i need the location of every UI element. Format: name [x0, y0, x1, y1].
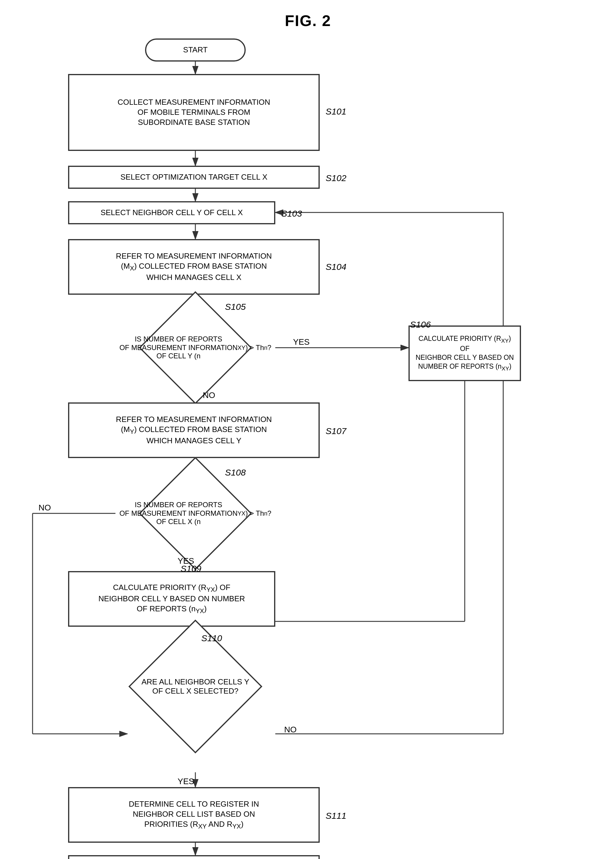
s112-box: UPDATE NEIGHBOR CELL LIST OF BASESTATION…: [68, 855, 320, 859]
s102-text: SELECT OPTIMIZATION TARGET CELL X: [116, 170, 272, 185]
s110-yes-label: YES: [178, 777, 194, 786]
s101-box: COLLECT MEASUREMENT INFORMATIONOF MOBILE…: [68, 74, 320, 151]
s101-label: S101: [325, 106, 346, 117]
s101-text: COLLECT MEASUREMENT INFORMATIONOF MOBILE…: [113, 95, 275, 130]
s105-yes-label: YES: [293, 337, 310, 347]
s109-box: CALCULATE PRIORITY (RYX) OFNEIGHBOR CELL…: [68, 571, 275, 627]
s103-box: SELECT NEIGHBOR CELL Y OF CELL X: [68, 201, 275, 224]
s104-label: S104: [325, 262, 346, 272]
s107-box: REFER TO MEASUREMENT INFORMATION(MY) COL…: [68, 403, 320, 458]
s106-label: S106: [410, 320, 431, 330]
s103-text: SELECT NEIGHBOR CELL Y OF CELL X: [96, 205, 248, 220]
s111-box: DETERMINE CELL TO REGISTER INNEIGHBOR CE…: [68, 787, 320, 843]
s102-label: S102: [325, 173, 346, 183]
s108-no-label: NO: [39, 503, 51, 512]
s110-diamond: ARE ALL NEIGHBOR CELLS YOF CELL X SELECT…: [116, 639, 275, 734]
s104-text: REFER TO MEASUREMENT INFORMATION(MX) COL…: [111, 249, 277, 285]
s111-label: S111: [325, 811, 346, 821]
diagram-container: FIG. 2: [0, 0, 616, 859]
s111-text: DETERMINE CELL TO REGISTER INNEIGHBOR CE…: [124, 797, 264, 833]
s108-diamond: IS NUMBER OF REPORTSOF MEASUREMENT INFOR…: [116, 473, 275, 553]
s105-no-label: NO: [203, 390, 215, 400]
s109-label: S109: [181, 564, 201, 574]
s105-diamond: IS NUMBER OF REPORTSOF MEASUREMENT INFOR…: [116, 308, 275, 387]
start-node: START: [145, 39, 246, 62]
fig-title: FIG. 2: [285, 12, 331, 30]
s106-box: CALCULATE PRIORITY (RXY) OFNEIGHBOR CELL…: [408, 325, 521, 381]
s104-box: REFER TO MEASUREMENT INFORMATION(MX) COL…: [68, 239, 320, 295]
start-label: START: [178, 43, 213, 58]
s102-box: SELECT OPTIMIZATION TARGET CELL X: [68, 166, 320, 189]
s110-no-label: NO: [284, 725, 297, 734]
s107-text: REFER TO MEASUREMENT INFORMATION(MY) COL…: [111, 412, 277, 448]
s107-label: S107: [325, 426, 346, 436]
s103-label: S103: [281, 209, 302, 219]
s109-text: CALCULATE PRIORITY (RYX) OFNEIGHBOR CELL…: [94, 580, 250, 618]
s106-text: CALCULATE PRIORITY (RXY) OFNEIGHBOR CELL…: [410, 332, 520, 375]
